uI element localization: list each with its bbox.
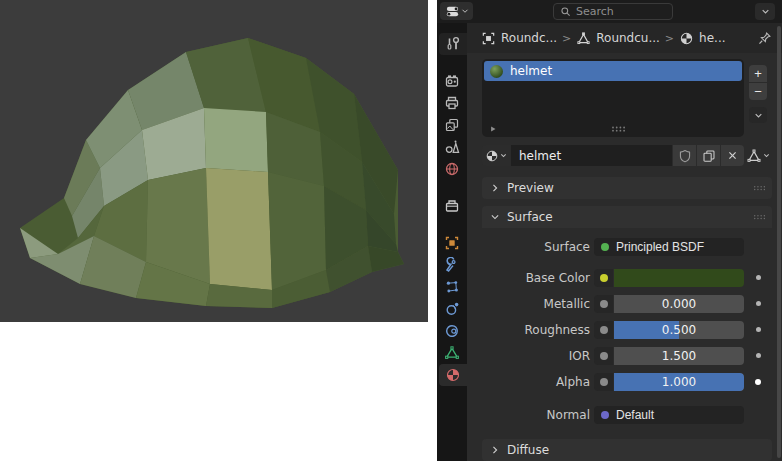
tab-material[interactable] [439,364,467,386]
base-color-row: Base Color [482,268,772,287]
chevron-down-icon [754,111,763,120]
scrollbar[interactable] [777,26,781,458]
keyframe-dot[interactable] [756,301,761,306]
3d-viewport[interactable] [0,0,428,322]
tab-collection[interactable] [437,195,467,217]
ior-slider[interactable]: 1.500 [614,347,744,365]
row-label: Base Color [482,271,590,285]
keyframe-dot[interactable] [756,275,761,280]
helmet-facet [204,108,268,172]
tab-render[interactable] [437,70,467,92]
normal-select-button[interactable]: Default [594,406,744,424]
properties-icon [445,4,460,19]
pin-button[interactable] [757,31,772,46]
tab-output[interactable] [437,92,467,114]
breadcrumb-mesh[interactable]: Roundcu... [596,31,660,45]
tab-particles[interactable] [437,276,467,298]
alpha-row: Alpha 1.000 [482,372,772,391]
particles-icon [444,279,460,295]
breadcrumb-object[interactable]: Roundc... [501,31,557,45]
render-icon [444,73,460,89]
row-label: Surface [482,240,590,254]
wrench-icon [444,257,460,273]
socket-dot [600,326,608,334]
material-name-field[interactable]: helmet [511,145,672,166]
normal-socket-dot [601,411,609,419]
slider-value: 0.500 [614,321,744,339]
resize-grip-icon[interactable] [611,125,626,133]
material-slot-item[interactable]: helmet [484,61,742,81]
keyframe-dot[interactable] [756,353,761,358]
tab-tool[interactable] [439,33,467,55]
material-link-button[interactable] [744,148,772,164]
header-options-button[interactable] [755,3,775,20]
slider-value: 1.500 [614,347,744,365]
physics-icon [444,301,460,317]
tab-constraints[interactable] [437,320,467,342]
view-layer-icon [444,117,460,133]
tab-data[interactable] [437,342,467,364]
panel-surface-label: Surface [507,210,553,224]
object-icon [444,235,460,251]
search-input[interactable]: Search [553,3,673,20]
panel-grip-icon[interactable] [753,184,766,192]
new-material-button[interactable] [697,145,720,166]
socket-button[interactable] [594,269,613,287]
browse-material-button[interactable] [482,145,510,166]
tab-view-layer[interactable] [437,114,467,136]
socket-dot [600,352,608,360]
socket-button[interactable] [594,295,613,313]
breadcrumb: Roundc... > Roundcu... > he... [467,23,782,53]
socket-button[interactable] [594,373,613,391]
add-slot-button[interactable]: + [749,65,767,82]
panel-diffuse-header[interactable]: Diffuse [482,439,772,461]
fake-user-button[interactable] [673,145,696,166]
slot-specials-button[interactable] [749,107,767,123]
tab-scene[interactable] [437,136,467,158]
shield-icon [678,149,692,163]
breadcrumb-separator: > [665,32,674,45]
socket-button[interactable] [594,321,613,339]
editor-type-button[interactable] [440,2,473,20]
keyframe-dot[interactable] [755,379,761,385]
surface-shader-row: Surface Principled BSDF [482,237,772,256]
panel-grip-icon[interactable] [753,213,766,221]
helmet-facet [206,168,272,290]
material-preview-sphere [490,65,503,78]
panel-surface-header[interactable]: Surface [482,206,772,228]
tab-modifiers[interactable] [437,254,467,276]
shader-value: Principled BSDF [616,240,704,254]
socket-button[interactable] [594,347,613,365]
metallic-row: Metallic 0.000 [482,294,772,313]
material-slot-list[interactable]: helmet [482,59,744,137]
panel-preview-label: Preview [507,181,554,195]
tab-physics[interactable] [437,298,467,320]
mesh-icon [746,148,762,164]
remove-slot-button[interactable]: − [749,83,767,100]
constraints-icon [444,323,460,339]
pin-icon [757,31,772,46]
helmet-facet [268,172,326,290]
material-datablock-row: helmet [482,145,772,166]
roughness-slider[interactable]: 0.500 [614,321,744,339]
panel-surface-body: Surface Principled BSDF Base Co [482,228,772,439]
breadcrumb-material[interactable]: he... [699,31,725,45]
unlink-button[interactable] [721,145,744,166]
metallic-slider[interactable]: 0.000 [614,295,744,313]
tab-object[interactable] [437,232,467,254]
ior-row: IOR 1.500 [482,346,772,365]
socket-dot [600,378,608,386]
search-icon [560,6,571,17]
tab-world[interactable] [437,158,467,180]
panel-preview-header[interactable]: Preview [482,177,772,199]
alpha-slider[interactable]: 1.000 [614,373,744,391]
search-placeholder: Search [576,5,614,18]
base-color-swatch[interactable] [614,269,744,287]
mesh-data-icon [444,345,460,361]
filter-expand-icon[interactable] [488,124,498,134]
panel-diffuse-label: Diffuse [507,443,549,457]
row-label: Normal [482,408,590,422]
keyframe-dot[interactable] [756,327,761,332]
properties-tab-bar [437,23,467,461]
shader-select-button[interactable]: Principled BSDF [594,238,744,256]
